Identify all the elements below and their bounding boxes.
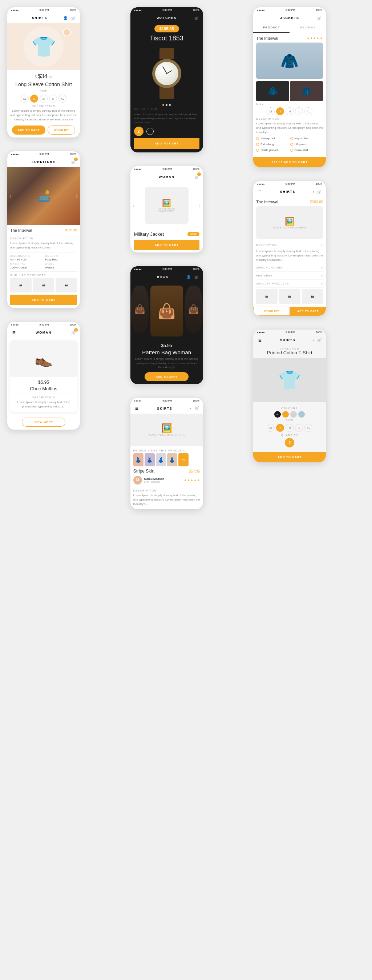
wishlist-btn[interactable]: WISHLIST xyxy=(253,307,290,316)
signal: ●●●●● xyxy=(11,153,19,155)
size-xl[interactable]: XL xyxy=(59,95,66,103)
add-to-cart-button[interactable]: ADD TO CART xyxy=(12,126,46,135)
menu-icon[interactable]: ☰ xyxy=(257,15,263,21)
tab-product[interactable]: PRODUCT xyxy=(253,23,290,33)
size-l[interactable]: L xyxy=(49,95,57,103)
menu-icon[interactable]: ☰ xyxy=(134,274,140,280)
cart-icon[interactable]: 🛒 xyxy=(194,15,199,21)
swatch-black[interactable] xyxy=(274,411,281,418)
divider xyxy=(10,235,77,235)
wishlist-button[interactable]: WISHLIST xyxy=(47,126,75,135)
cart-icon[interactable]: 🛒 xyxy=(317,15,322,21)
product-title: Printed Cotton T-Shirt xyxy=(256,350,323,356)
size-s[interactable]: S xyxy=(276,424,284,432)
feature-liftpass: Lift-pass xyxy=(290,143,323,146)
menu-icon[interactable]: ☰ xyxy=(11,15,17,21)
add-to-cart-btn[interactable]: ADD TO CART xyxy=(145,372,188,381)
menu-icon[interactable]: ☰ xyxy=(134,406,140,411)
size-label: SIZE xyxy=(256,419,323,422)
jacket-thumb-1: 🧥 xyxy=(256,81,289,101)
size-m[interactable]: M xyxy=(285,107,293,115)
furniture-img-placeholder: 🛋️ xyxy=(37,190,51,203)
prev-button[interactable]: ‹ xyxy=(9,193,11,199)
feat-label: Waterproof xyxy=(260,137,275,140)
swatch-gray[interactable] xyxy=(290,411,297,418)
menu-icon[interactable]: ☰ xyxy=(257,189,263,195)
add-to-cart-btn[interactable]: ADD TO CART xyxy=(10,295,77,305)
features-accordion[interactable]: FEATURES ∨ xyxy=(256,272,323,280)
menu-icon[interactable]: ☰ xyxy=(11,159,17,165)
time: 9:40 PM xyxy=(285,9,295,11)
swatch-blue[interactable] xyxy=(298,411,305,418)
size-xs[interactable]: XS xyxy=(267,424,275,432)
similar-3: 📷 xyxy=(302,289,323,304)
size-xl[interactable]: XL xyxy=(304,424,312,432)
desc-text: Lorem Ipsum is simply dummy text of the … xyxy=(256,121,323,135)
status-bar-furniture: ●●●●● 9:40 PM 100% xyxy=(7,151,80,157)
qty-wrap: 2 xyxy=(256,438,323,447)
add-to-cart-btn[interactable]: ADD TO CART xyxy=(253,452,326,462)
prev-arrow[interactable]: ‹ xyxy=(133,202,135,209)
similar-2: 📷 xyxy=(279,289,301,304)
dot-1 xyxy=(162,104,164,106)
desc-text: Lorem Ipsum is simply dummy text of the … xyxy=(133,493,200,506)
bag-right: 👜 xyxy=(185,286,203,333)
size-s[interactable]: S xyxy=(276,107,284,115)
price-pill: $195.95 xyxy=(154,25,179,32)
size-xs[interactable]: XS xyxy=(267,107,275,115)
header-jackets: ☰ JACKETS 🛒 xyxy=(253,13,326,23)
next-arrow[interactable]: › xyxy=(199,202,201,209)
size-group: XS S M L XL xyxy=(256,424,323,432)
menu-icon[interactable]: ☰ xyxy=(134,174,140,180)
colour-value: Foxy Red xyxy=(45,258,77,261)
size-xs[interactable]: XS xyxy=(21,95,29,103)
cart-icon[interactable]: 🛒 xyxy=(194,406,199,411)
cart-icon[interactable]: 🛒 xyxy=(317,189,322,195)
tab-reviews[interactable]: REVIEWS xyxy=(290,23,326,33)
cart-badge: 1 xyxy=(74,158,78,161)
menu-icon[interactable]: ☰ xyxy=(257,337,263,343)
next-button[interactable]: › xyxy=(76,193,78,199)
battery: 100% xyxy=(193,399,199,402)
size-l[interactable]: L xyxy=(295,424,303,432)
feat-arrow: ∨ xyxy=(320,274,323,278)
menu-icon[interactable]: ☰ xyxy=(11,329,17,336)
reviewer-avatar: M xyxy=(133,476,142,485)
similar-accordion[interactable]: SIMILLAR PRODUCTS ∨ xyxy=(256,280,323,288)
add-to-cart-btn[interactable]: ADD TO CART xyxy=(134,240,199,250)
more-button[interactable]: +5 xyxy=(178,453,188,466)
size-m[interactable]: M xyxy=(40,95,47,103)
user-icon[interactable]: 👤 xyxy=(186,274,192,280)
size-l[interactable]: L xyxy=(295,107,303,115)
user-icon[interactable]: 👤 xyxy=(62,15,68,21)
view-more-btn[interactable]: VIEW MORE xyxy=(22,418,65,427)
feat-label: High collar xyxy=(294,137,309,140)
shirt-image: 👕 xyxy=(31,35,56,59)
size-xl[interactable]: XL xyxy=(304,107,312,115)
cart-icon[interactable]: 🛒 xyxy=(70,15,76,21)
add-to-cart-btn[interactable]: ADD TO CART xyxy=(134,138,199,149)
info-row2: MATERIAL 100% Cotton WOOD Walnut xyxy=(10,262,77,269)
cart-icon[interactable]: 🛒 xyxy=(317,337,322,343)
add-to-cart-btn[interactable]: ADD TO CART xyxy=(290,307,326,316)
size-m[interactable]: M xyxy=(285,424,293,432)
size-s[interactable]: S xyxy=(30,95,38,103)
price-add-to-cart-btn[interactable]: $75.95 ADD TO CART xyxy=(253,157,326,167)
spec-accordion[interactable]: SPECIFICATIONS ∨ xyxy=(256,264,323,272)
header-title: WATCHES xyxy=(157,16,177,20)
header-title: SHIRTS xyxy=(280,190,295,194)
shirts2-info: The Interwal $200.00 🖼️ PLACE YOUR IMAGE… xyxy=(253,197,326,307)
cart-icon[interactable]: 🛒 xyxy=(194,274,199,280)
status-signal: ●●●●● xyxy=(11,9,19,11)
swatch-orange[interactable] xyxy=(282,411,289,418)
qty-label: QUANTITY xyxy=(256,434,323,436)
desc-accordion[interactable]: DESCRIPTION ∧ xyxy=(256,241,323,249)
status-time: 9:40 PM xyxy=(40,9,49,11)
furniture-image: ‹ › 🛋️ xyxy=(7,167,80,225)
status-bar-shoe: ●●●●● 9:40 PM 100% xyxy=(7,322,80,328)
battery: 100% xyxy=(316,9,322,11)
menu-icon[interactable]: ☰ xyxy=(134,15,140,21)
header-furniture: ☰ FURNITURE 🛒 1 xyxy=(7,157,80,167)
qty-plus-btn[interactable]: + xyxy=(146,128,154,135)
header-shoe: ☰ WOMAN 🛒 1 xyxy=(7,328,80,337)
